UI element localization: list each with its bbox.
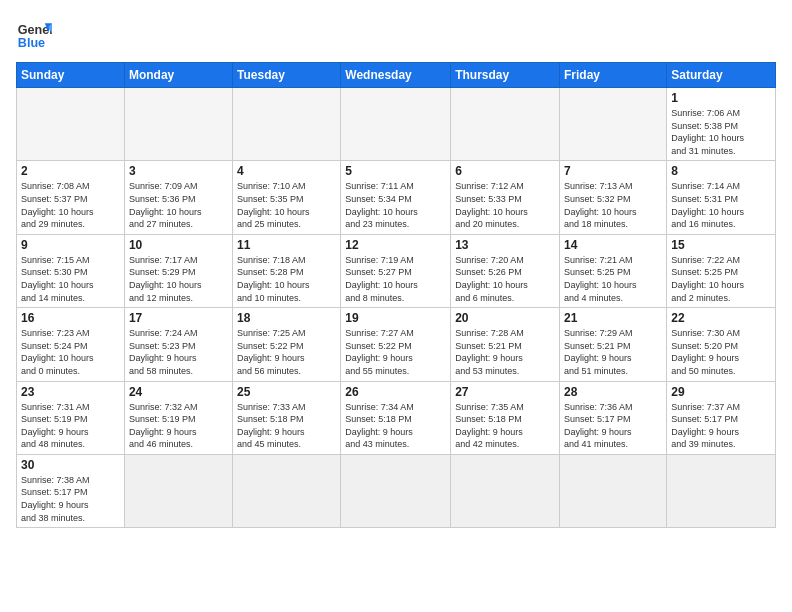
calendar-row-1: 2Sunrise: 7:08 AM Sunset: 5:37 PM Daylig… [17, 161, 776, 234]
day-info: Sunrise: 7:18 AM Sunset: 5:28 PM Dayligh… [237, 254, 336, 304]
day-info: Sunrise: 7:38 AM Sunset: 5:17 PM Dayligh… [21, 474, 120, 524]
calendar-cell: 20Sunrise: 7:28 AM Sunset: 5:21 PM Dayli… [451, 308, 560, 381]
calendar-cell: 28Sunrise: 7:36 AM Sunset: 5:17 PM Dayli… [560, 381, 667, 454]
calendar-cell: 14Sunrise: 7:21 AM Sunset: 5:25 PM Dayli… [560, 234, 667, 307]
page: General Blue Sunday Monday Tuesday Wedne… [0, 0, 792, 612]
day-number: 12 [345, 238, 446, 252]
calendar-cell: 22Sunrise: 7:30 AM Sunset: 5:20 PM Dayli… [667, 308, 776, 381]
calendar-cell [451, 88, 560, 161]
calendar-cell: 7Sunrise: 7:13 AM Sunset: 5:32 PM Daylig… [560, 161, 667, 234]
calendar-cell: 12Sunrise: 7:19 AM Sunset: 5:27 PM Dayli… [341, 234, 451, 307]
day-number: 8 [671, 164, 771, 178]
calendar-cell [233, 88, 341, 161]
col-saturday: Saturday [667, 63, 776, 88]
day-number: 9 [21, 238, 120, 252]
day-number: 21 [564, 311, 662, 325]
calendar-cell [124, 88, 232, 161]
day-number: 7 [564, 164, 662, 178]
day-info: Sunrise: 7:32 AM Sunset: 5:19 PM Dayligh… [129, 401, 228, 451]
day-info: Sunrise: 7:28 AM Sunset: 5:21 PM Dayligh… [455, 327, 555, 377]
calendar-cell: 19Sunrise: 7:27 AM Sunset: 5:22 PM Dayli… [341, 308, 451, 381]
calendar-cell [560, 454, 667, 527]
day-number: 20 [455, 311, 555, 325]
calendar-cell [233, 454, 341, 527]
day-info: Sunrise: 7:11 AM Sunset: 5:34 PM Dayligh… [345, 180, 446, 230]
day-info: Sunrise: 7:21 AM Sunset: 5:25 PM Dayligh… [564, 254, 662, 304]
day-info: Sunrise: 7:29 AM Sunset: 5:21 PM Dayligh… [564, 327, 662, 377]
day-number: 13 [455, 238, 555, 252]
day-info: Sunrise: 7:06 AM Sunset: 5:38 PM Dayligh… [671, 107, 771, 157]
day-info: Sunrise: 7:34 AM Sunset: 5:18 PM Dayligh… [345, 401, 446, 451]
calendar-cell: 29Sunrise: 7:37 AM Sunset: 5:17 PM Dayli… [667, 381, 776, 454]
col-thursday: Thursday [451, 63, 560, 88]
calendar-cell: 3Sunrise: 7:09 AM Sunset: 5:36 PM Daylig… [124, 161, 232, 234]
calendar-row-0: 1Sunrise: 7:06 AM Sunset: 5:38 PM Daylig… [17, 88, 776, 161]
calendar-cell: 24Sunrise: 7:32 AM Sunset: 5:19 PM Dayli… [124, 381, 232, 454]
day-number: 17 [129, 311, 228, 325]
day-number: 28 [564, 385, 662, 399]
col-friday: Friday [560, 63, 667, 88]
day-info: Sunrise: 7:19 AM Sunset: 5:27 PM Dayligh… [345, 254, 446, 304]
calendar-cell [17, 88, 125, 161]
day-info: Sunrise: 7:13 AM Sunset: 5:32 PM Dayligh… [564, 180, 662, 230]
day-number: 25 [237, 385, 336, 399]
calendar-cell [341, 88, 451, 161]
calendar-cell [341, 454, 451, 527]
day-number: 30 [21, 458, 120, 472]
day-number: 5 [345, 164, 446, 178]
day-number: 15 [671, 238, 771, 252]
day-number: 26 [345, 385, 446, 399]
col-monday: Monday [124, 63, 232, 88]
calendar-cell: 9Sunrise: 7:15 AM Sunset: 5:30 PM Daylig… [17, 234, 125, 307]
calendar-cell [560, 88, 667, 161]
calendar-cell: 6Sunrise: 7:12 AM Sunset: 5:33 PM Daylig… [451, 161, 560, 234]
calendar-row-4: 23Sunrise: 7:31 AM Sunset: 5:19 PM Dayli… [17, 381, 776, 454]
day-number: 24 [129, 385, 228, 399]
day-number: 22 [671, 311, 771, 325]
day-number: 14 [564, 238, 662, 252]
logo: General Blue [16, 16, 52, 52]
calendar-cell: 8Sunrise: 7:14 AM Sunset: 5:31 PM Daylig… [667, 161, 776, 234]
calendar-cell: 10Sunrise: 7:17 AM Sunset: 5:29 PM Dayli… [124, 234, 232, 307]
day-info: Sunrise: 7:12 AM Sunset: 5:33 PM Dayligh… [455, 180, 555, 230]
day-info: Sunrise: 7:31 AM Sunset: 5:19 PM Dayligh… [21, 401, 120, 451]
day-info: Sunrise: 7:37 AM Sunset: 5:17 PM Dayligh… [671, 401, 771, 451]
day-info: Sunrise: 7:20 AM Sunset: 5:26 PM Dayligh… [455, 254, 555, 304]
calendar-cell: 11Sunrise: 7:18 AM Sunset: 5:28 PM Dayli… [233, 234, 341, 307]
logo-icon: General Blue [16, 16, 52, 52]
calendar-cell [667, 454, 776, 527]
weekday-header-row: Sunday Monday Tuesday Wednesday Thursday… [17, 63, 776, 88]
day-number: 1 [671, 91, 771, 105]
day-info: Sunrise: 7:22 AM Sunset: 5:25 PM Dayligh… [671, 254, 771, 304]
day-info: Sunrise: 7:15 AM Sunset: 5:30 PM Dayligh… [21, 254, 120, 304]
calendar-cell [451, 454, 560, 527]
calendar-cell: 4Sunrise: 7:10 AM Sunset: 5:35 PM Daylig… [233, 161, 341, 234]
calendar-cell: 5Sunrise: 7:11 AM Sunset: 5:34 PM Daylig… [341, 161, 451, 234]
day-info: Sunrise: 7:17 AM Sunset: 5:29 PM Dayligh… [129, 254, 228, 304]
day-info: Sunrise: 7:10 AM Sunset: 5:35 PM Dayligh… [237, 180, 336, 230]
calendar-cell: 30Sunrise: 7:38 AM Sunset: 5:17 PM Dayli… [17, 454, 125, 527]
calendar-cell: 1Sunrise: 7:06 AM Sunset: 5:38 PM Daylig… [667, 88, 776, 161]
calendar-table: Sunday Monday Tuesday Wednesday Thursday… [16, 62, 776, 528]
day-info: Sunrise: 7:25 AM Sunset: 5:22 PM Dayligh… [237, 327, 336, 377]
calendar-cell: 21Sunrise: 7:29 AM Sunset: 5:21 PM Dayli… [560, 308, 667, 381]
day-number: 3 [129, 164, 228, 178]
calendar-cell: 13Sunrise: 7:20 AM Sunset: 5:26 PM Dayli… [451, 234, 560, 307]
svg-text:Blue: Blue [18, 36, 45, 50]
calendar-cell: 18Sunrise: 7:25 AM Sunset: 5:22 PM Dayli… [233, 308, 341, 381]
header: General Blue [16, 16, 776, 52]
day-number: 16 [21, 311, 120, 325]
day-number: 10 [129, 238, 228, 252]
calendar-cell: 26Sunrise: 7:34 AM Sunset: 5:18 PM Dayli… [341, 381, 451, 454]
day-info: Sunrise: 7:14 AM Sunset: 5:31 PM Dayligh… [671, 180, 771, 230]
calendar-cell [124, 454, 232, 527]
day-number: 2 [21, 164, 120, 178]
day-number: 4 [237, 164, 336, 178]
day-info: Sunrise: 7:33 AM Sunset: 5:18 PM Dayligh… [237, 401, 336, 451]
calendar-cell: 25Sunrise: 7:33 AM Sunset: 5:18 PM Dayli… [233, 381, 341, 454]
calendar-cell: 2Sunrise: 7:08 AM Sunset: 5:37 PM Daylig… [17, 161, 125, 234]
day-info: Sunrise: 7:09 AM Sunset: 5:36 PM Dayligh… [129, 180, 228, 230]
calendar-row-2: 9Sunrise: 7:15 AM Sunset: 5:30 PM Daylig… [17, 234, 776, 307]
calendar-cell: 17Sunrise: 7:24 AM Sunset: 5:23 PM Dayli… [124, 308, 232, 381]
day-number: 23 [21, 385, 120, 399]
